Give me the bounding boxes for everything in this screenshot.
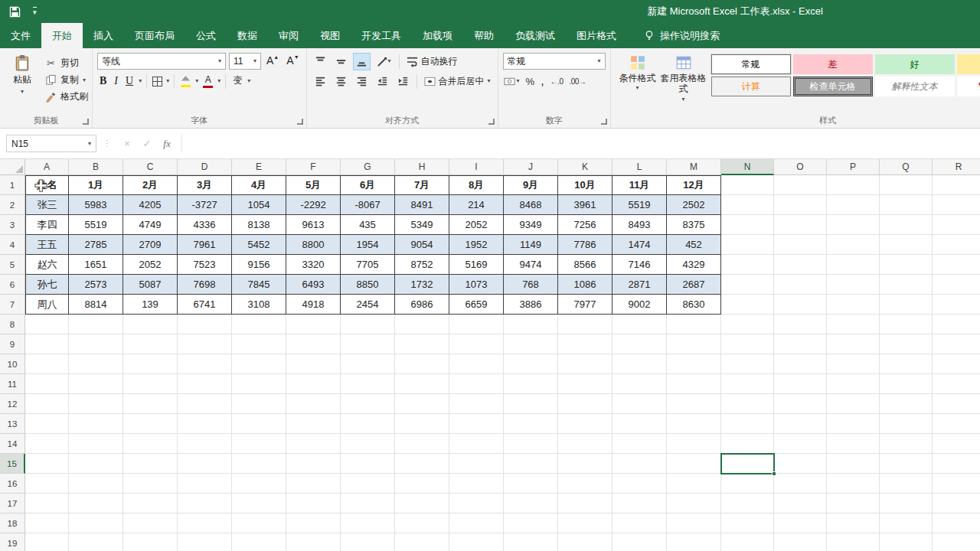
- cell-R3[interactable]: [933, 215, 980, 235]
- underline-button[interactable]: U: [123, 74, 136, 87]
- cell-B11[interactable]: [69, 374, 123, 394]
- cell-P15[interactable]: [827, 454, 880, 474]
- cell-D18[interactable]: [178, 514, 232, 533]
- cell-P6[interactable]: [827, 275, 880, 295]
- row-header-16[interactable]: 16: [0, 474, 25, 494]
- font-color-button[interactable]: A: [201, 74, 214, 89]
- cell-L7[interactable]: 9002: [612, 295, 667, 315]
- cell-M6[interactable]: 2687: [667, 275, 721, 295]
- cell-D3[interactable]: 4336: [178, 215, 232, 235]
- cell-L2[interactable]: 5519: [612, 195, 667, 215]
- cell-P2[interactable]: [827, 195, 880, 215]
- cell-B15[interactable]: [69, 454, 123, 474]
- cell-H12[interactable]: [395, 394, 449, 414]
- cell-B12[interactable]: [69, 394, 123, 414]
- tab-加载项[interactable]: 加载项: [412, 23, 463, 48]
- cell-H16[interactable]: [395, 474, 449, 494]
- cell-C12[interactable]: [123, 394, 178, 414]
- cell-E11[interactable]: [232, 374, 286, 394]
- cell-C11[interactable]: [123, 374, 178, 394]
- cell-F12[interactable]: [286, 394, 341, 414]
- cell-E10[interactable]: [232, 354, 286, 374]
- column-header-H[interactable]: H: [395, 159, 449, 175]
- cell-F6[interactable]: 6493: [286, 275, 341, 295]
- cell-E14[interactable]: [232, 434, 286, 454]
- cell-Q13[interactable]: [880, 414, 933, 434]
- cell-L18[interactable]: [612, 514, 667, 533]
- cell-D11[interactable]: [178, 374, 232, 394]
- cell-M10[interactable]: [667, 354, 721, 374]
- cell-Q3[interactable]: [880, 215, 933, 235]
- tell-me[interactable]: 操作说明搜索: [644, 23, 720, 48]
- cell-O3[interactable]: [774, 215, 827, 235]
- cell-P18[interactable]: [827, 514, 880, 533]
- cell-H5[interactable]: 8752: [395, 255, 449, 275]
- cell-O8[interactable]: [774, 315, 827, 334]
- cell-P1[interactable]: [827, 175, 880, 195]
- cell-O13[interactable]: [774, 414, 827, 434]
- cell-M7[interactable]: 8630: [667, 295, 721, 315]
- cut-button[interactable]: ✂ 剪切: [45, 57, 88, 70]
- cell-O14[interactable]: [774, 434, 827, 454]
- cell-A7[interactable]: 周八: [25, 295, 69, 315]
- cell-N9[interactable]: [721, 334, 774, 354]
- cell-H18[interactable]: [395, 514, 449, 533]
- cell-R4[interactable]: [933, 235, 980, 255]
- cell-G8[interactable]: [341, 315, 395, 334]
- tab-公式[interactable]: 公式: [185, 23, 227, 48]
- cell-D14[interactable]: [178, 434, 232, 454]
- cell-K17[interactable]: [558, 494, 612, 514]
- cell-J17[interactable]: [504, 494, 558, 514]
- fill-handle[interactable]: [772, 471, 776, 476]
- cell-style-警告文本[interactable]: 警告文本: [957, 77, 980, 96]
- cell-M13[interactable]: [667, 414, 721, 434]
- cell-N17[interactable]: [721, 494, 774, 514]
- cell-D2[interactable]: -3727: [178, 195, 232, 215]
- save-icon[interactable]: [9, 6, 21, 18]
- row-header-18[interactable]: 18: [0, 514, 25, 533]
- cell-G17[interactable]: [341, 494, 395, 514]
- cell-C9[interactable]: [123, 334, 178, 354]
- cell-G9[interactable]: [341, 334, 395, 354]
- cell-R2[interactable]: [933, 195, 980, 215]
- cell-E7[interactable]: 3108: [232, 295, 286, 315]
- orientation-button[interactable]: ▾: [374, 53, 394, 70]
- cell-A19[interactable]: [25, 533, 69, 551]
- cell-style-常规[interactable]: 常规: [711, 54, 791, 74]
- tab-负载测试[interactable]: 负载测试: [505, 23, 566, 48]
- cell-F3[interactable]: 9613: [286, 215, 341, 235]
- cell-K16[interactable]: [558, 474, 612, 494]
- cell-D15[interactable]: [178, 454, 232, 474]
- cell-B14[interactable]: [69, 434, 123, 454]
- clipboard-dialog-launcher-icon[interactable]: [83, 119, 89, 125]
- cell-O17[interactable]: [774, 494, 827, 514]
- column-header-L[interactable]: L: [612, 159, 667, 175]
- cell-K6[interactable]: 1086: [558, 275, 612, 295]
- tab-视图[interactable]: 视图: [309, 23, 351, 48]
- tab-开发工具[interactable]: 开发工具: [351, 23, 412, 48]
- cell-C6[interactable]: 5087: [123, 275, 178, 295]
- row-header-2[interactable]: 2: [0, 195, 25, 215]
- cell-I17[interactable]: [449, 494, 504, 514]
- cell-M5[interactable]: 4329: [667, 255, 721, 275]
- cell-G4[interactable]: 1954: [341, 235, 395, 255]
- cell-B1[interactable]: 1月: [69, 175, 123, 195]
- cell-E17[interactable]: [232, 494, 286, 514]
- cell-B10[interactable]: [69, 354, 123, 374]
- increase-indent-button[interactable]: [394, 73, 412, 90]
- cell-K14[interactable]: [558, 434, 612, 454]
- cell-A13[interactable]: [25, 414, 69, 434]
- cell-C5[interactable]: 2052: [123, 255, 178, 275]
- format-painter-button[interactable]: 格式刷: [45, 90, 88, 103]
- cell-D16[interactable]: [178, 474, 232, 494]
- cell-N2[interactable]: [721, 195, 774, 215]
- cell-N1[interactable]: [721, 175, 774, 195]
- cell-C2[interactable]: 4205: [123, 195, 178, 215]
- cell-K1[interactable]: 10月: [558, 175, 612, 195]
- cell-A17[interactable]: [25, 494, 69, 514]
- cell-K2[interactable]: 3961: [558, 195, 612, 215]
- cell-A12[interactable]: [25, 394, 69, 414]
- cell-R6[interactable]: [933, 275, 980, 295]
- cell-I19[interactable]: [449, 533, 504, 551]
- row-header-3[interactable]: 3: [0, 215, 25, 235]
